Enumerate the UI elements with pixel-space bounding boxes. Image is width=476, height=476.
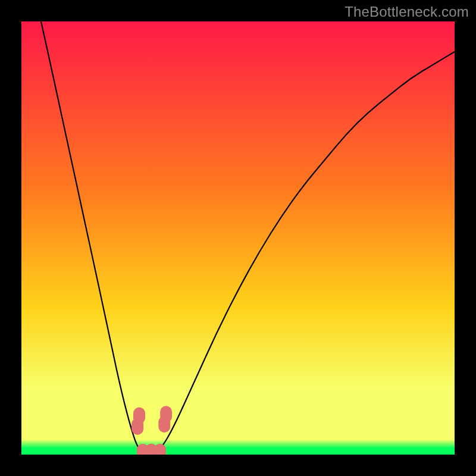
data-marker — [154, 444, 166, 455]
bottleneck-curve — [21, 21, 455, 455]
watermark-text: TheBottleneck.com — [345, 4, 469, 20]
plot-area — [21, 21, 455, 455]
curve-layer — [21, 21, 455, 455]
data-marker — [160, 406, 172, 422]
data-markers — [131, 406, 172, 455]
data-marker — [133, 407, 145, 424]
chart-frame: TheBottleneck.com — [0, 0, 476, 476]
